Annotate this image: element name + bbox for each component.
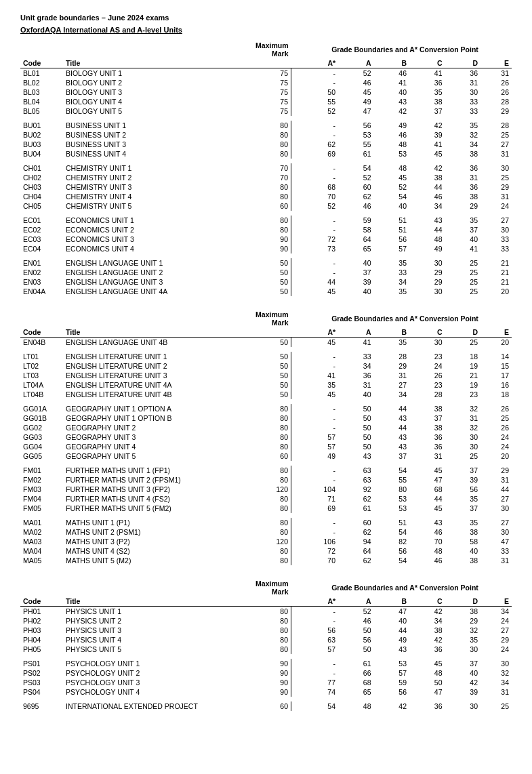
cell-max: 80: [241, 504, 291, 513]
cell-title: BUSINESS UNIT 4: [63, 149, 241, 159]
th2-d: D: [445, 327, 480, 338]
cell-code: EC03: [20, 235, 63, 244]
table-row: BL02 BIOLOGY UNIT 2 75 - 46 41 36 31 26: [20, 78, 512, 87]
cell-b: 43: [374, 97, 409, 106]
cell-c: 23: [409, 352, 445, 361]
table-row: FM02 FURTHER MATHS UNIT 2 (FPSM1) 80 - 6…: [20, 475, 512, 485]
th3-d: D: [445, 596, 480, 607]
cell-c: 30: [409, 258, 445, 268]
cell-title: GEOGRAPHY UNIT 1 OPTION B: [63, 413, 241, 423]
cell-e: 20: [480, 451, 512, 461]
cell-title: PHYSICS UNIT 2: [63, 616, 241, 626]
th2-max: [241, 327, 291, 338]
cell-e: 29: [480, 182, 512, 192]
table-row: GG05 GEOGRAPHY UNIT 5 60 49 43 37 31 25 …: [20, 451, 512, 461]
table-row: CH05 CHEMISTRY UNIT 5 60 52 46 40 34 29 …: [20, 201, 512, 211]
cell-max: 80: [241, 432, 291, 442]
cell-c: 49: [409, 244, 445, 253]
cell-d: 34: [445, 140, 480, 149]
cell-b: 51: [374, 518, 409, 527]
cell-c: 43: [409, 518, 445, 527]
cell-a: 62: [338, 192, 373, 201]
cell-a: 59: [338, 216, 373, 225]
cell-code: BL02: [20, 78, 63, 87]
cell-title: BIOLOGY UNIT 2: [63, 78, 241, 87]
cell-b: 44: [374, 626, 409, 635]
cell-a: 65: [338, 244, 373, 253]
cell-code: MA02: [20, 527, 63, 537]
th3-title: Title: [63, 596, 241, 607]
cell-code: FM05: [20, 504, 63, 513]
cell-e: 17: [480, 371, 512, 380]
cell-c: 38: [409, 626, 445, 635]
cell-max: 60: [241, 451, 291, 461]
cell-c: 42: [409, 121, 445, 130]
table3-body: PH01 PHYSICS UNIT 1 80 - 52 47 42 38 34 …: [20, 607, 512, 712]
section-title: OxfordAQA International AS and A-level U…: [20, 26, 512, 34]
cell-astar: 49: [298, 451, 338, 461]
table-row: BU01 BUSINESS UNIT 1 80 - 56 49 42 35 28: [20, 121, 512, 130]
cell-title: FURTHER MATHS UNIT 3 (FP2): [63, 485, 241, 494]
cell-c: 36: [409, 78, 445, 87]
table-row: [20, 253, 512, 258]
cell-title: INTERNATIONAL EXTENDED PROJECT: [63, 701, 241, 711]
cell-max: 70: [241, 163, 291, 173]
table-row: EN04B ENGLISH LANGUAGE UNIT 4B 50 45 41 …: [20, 338, 512, 348]
cell-a: 40: [338, 287, 373, 296]
cell-astar: 63: [298, 635, 338, 645]
cell-b: 57: [374, 244, 409, 253]
cell-c: 43: [409, 216, 445, 225]
cell-max: 80: [241, 413, 291, 423]
cell-c: 29: [409, 277, 445, 287]
table-row: GG01A GEOGRAPHY UNIT 1 OPTION A 80 - 50 …: [20, 404, 512, 413]
cell-b: 48: [374, 163, 409, 173]
cell-max: 80: [241, 140, 291, 149]
table-row: CH01 CHEMISTRY UNIT 1 70 - 54 48 42 36 3…: [20, 163, 512, 173]
cell-code: PS02: [20, 668, 63, 678]
table-row: BU02 BUSINESS UNIT 2 80 - 53 46 39 32 25: [20, 130, 512, 140]
cell-code: LT03: [20, 371, 63, 380]
cell-c: 48: [409, 546, 445, 556]
cell-b: 52: [374, 182, 409, 192]
col3-header-title: [63, 579, 241, 596]
cell-a: 50: [338, 626, 373, 635]
cell-c: 46: [409, 556, 445, 565]
cell-e: 18: [480, 390, 512, 399]
cell-c: 36: [409, 645, 445, 654]
cell-title: CHEMISTRY UNIT 4: [63, 192, 241, 201]
cell-max: 70: [241, 173, 291, 182]
table-row: BU04 BUSINESS UNIT 4 80 69 61 53 45 38 3…: [20, 149, 512, 159]
cell-code: PS03: [20, 678, 63, 687]
cell-code: MA03: [20, 537, 63, 546]
cell-d: 21: [445, 371, 480, 380]
cell-d: 30: [445, 701, 480, 711]
cell-c: 50: [409, 678, 445, 687]
cell-e: 44: [480, 485, 512, 494]
cell-d: 33: [445, 106, 480, 116]
cell-c: 46: [409, 192, 445, 201]
cell-c: 48: [409, 235, 445, 244]
cell-e: 26: [480, 423, 512, 432]
cell-astar: 71: [298, 494, 338, 504]
cell-b: 54: [374, 466, 409, 475]
divider2-col: [291, 310, 298, 327]
cell-b: 28: [374, 352, 409, 361]
cell-d: 37: [445, 504, 480, 513]
cell-e: 31: [480, 68, 512, 79]
cell-max: 80: [241, 645, 291, 654]
table-row: LT02 ENGLISH LITERATURE UNIT 2 50 - 34 2…: [20, 361, 512, 371]
cell-c: 30: [409, 338, 445, 348]
cell-astar: -: [298, 466, 338, 475]
cell-a: 43: [338, 451, 373, 461]
cell-a: 33: [338, 352, 373, 361]
cell-a: 55: [338, 140, 373, 149]
cell-astar: -: [298, 607, 338, 617]
cell-e: 24: [480, 432, 512, 442]
cell-max: 120: [241, 485, 291, 494]
cell-c: 36: [409, 442, 445, 451]
cell-b: 47: [374, 607, 409, 617]
cell-astar: 68: [298, 182, 338, 192]
th-c: C: [409, 58, 445, 68]
cell-astar: 69: [298, 504, 338, 513]
col3-header-code: [20, 579, 63, 596]
